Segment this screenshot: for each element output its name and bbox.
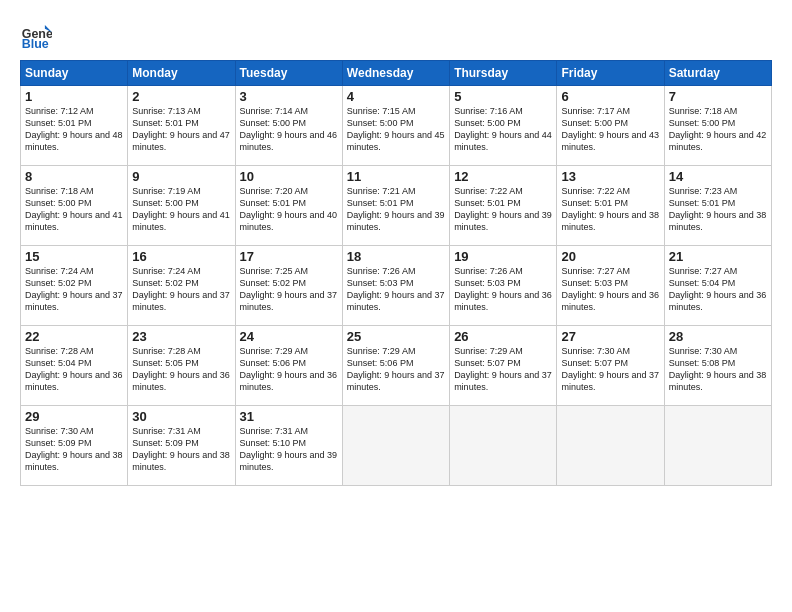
page-container: General Blue Sunday Monday Tuesday Wedne… — [0, 0, 792, 496]
day-number: 2 — [132, 89, 230, 104]
day-info: Sunrise: 7:26 AMSunset: 5:03 PMDaylight:… — [454, 265, 552, 314]
col-saturday: Saturday — [664, 61, 771, 86]
col-wednesday: Wednesday — [342, 61, 449, 86]
calendar-body: 1 Sunrise: 7:12 AMSunset: 5:01 PMDayligh… — [21, 86, 772, 486]
day-info: Sunrise: 7:29 AMSunset: 5:07 PMDaylight:… — [454, 345, 552, 394]
day-info: Sunrise: 7:27 AMSunset: 5:04 PMDaylight:… — [669, 265, 767, 314]
day-number: 1 — [25, 89, 123, 104]
day-number: 23 — [132, 329, 230, 344]
day-info: Sunrise: 7:28 AMSunset: 5:04 PMDaylight:… — [25, 345, 123, 394]
day-info: Sunrise: 7:14 AMSunset: 5:00 PMDaylight:… — [240, 105, 338, 154]
svg-text:Blue: Blue — [22, 37, 49, 50]
calendar-cell: 9 Sunrise: 7:19 AMSunset: 5:00 PMDayligh… — [128, 166, 235, 246]
calendar-cell: 15 Sunrise: 7:24 AMSunset: 5:02 PMDaylig… — [21, 246, 128, 326]
calendar-cell: 18 Sunrise: 7:26 AMSunset: 5:03 PMDaylig… — [342, 246, 449, 326]
day-number: 24 — [240, 329, 338, 344]
calendar-cell: 2 Sunrise: 7:13 AMSunset: 5:01 PMDayligh… — [128, 86, 235, 166]
col-monday: Monday — [128, 61, 235, 86]
day-info: Sunrise: 7:29 AMSunset: 5:06 PMDaylight:… — [347, 345, 445, 394]
day-info: Sunrise: 7:12 AMSunset: 5:01 PMDaylight:… — [25, 105, 123, 154]
day-info: Sunrise: 7:31 AMSunset: 5:10 PMDaylight:… — [240, 425, 338, 474]
calendar-cell: 8 Sunrise: 7:18 AMSunset: 5:00 PMDayligh… — [21, 166, 128, 246]
calendar-cell: 21 Sunrise: 7:27 AMSunset: 5:04 PMDaylig… — [664, 246, 771, 326]
day-info: Sunrise: 7:30 AMSunset: 5:07 PMDaylight:… — [561, 345, 659, 394]
calendar-cell — [557, 406, 664, 486]
day-number: 7 — [669, 89, 767, 104]
day-info: Sunrise: 7:22 AMSunset: 5:01 PMDaylight:… — [454, 185, 552, 234]
col-tuesday: Tuesday — [235, 61, 342, 86]
calendar-cell: 26 Sunrise: 7:29 AMSunset: 5:07 PMDaylig… — [450, 326, 557, 406]
calendar-cell: 19 Sunrise: 7:26 AMSunset: 5:03 PMDaylig… — [450, 246, 557, 326]
calendar-cell — [342, 406, 449, 486]
calendar-cell — [664, 406, 771, 486]
day-number: 6 — [561, 89, 659, 104]
day-info: Sunrise: 7:21 AMSunset: 5:01 PMDaylight:… — [347, 185, 445, 234]
day-number: 14 — [669, 169, 767, 184]
calendar-cell: 4 Sunrise: 7:15 AMSunset: 5:00 PMDayligh… — [342, 86, 449, 166]
calendar-week-row: 22 Sunrise: 7:28 AMSunset: 5:04 PMDaylig… — [21, 326, 772, 406]
day-number: 13 — [561, 169, 659, 184]
day-number: 29 — [25, 409, 123, 424]
day-info: Sunrise: 7:30 AMSunset: 5:08 PMDaylight:… — [669, 345, 767, 394]
calendar-cell — [450, 406, 557, 486]
calendar-cell: 27 Sunrise: 7:30 AMSunset: 5:07 PMDaylig… — [557, 326, 664, 406]
day-number: 9 — [132, 169, 230, 184]
calendar-cell: 13 Sunrise: 7:22 AMSunset: 5:01 PMDaylig… — [557, 166, 664, 246]
day-info: Sunrise: 7:23 AMSunset: 5:01 PMDaylight:… — [669, 185, 767, 234]
header: General Blue — [20, 18, 772, 50]
day-number: 3 — [240, 89, 338, 104]
day-info: Sunrise: 7:19 AMSunset: 5:00 PMDaylight:… — [132, 185, 230, 234]
day-info: Sunrise: 7:22 AMSunset: 5:01 PMDaylight:… — [561, 185, 659, 234]
calendar-cell: 30 Sunrise: 7:31 AMSunset: 5:09 PMDaylig… — [128, 406, 235, 486]
col-sunday: Sunday — [21, 61, 128, 86]
calendar-cell: 17 Sunrise: 7:25 AMSunset: 5:02 PMDaylig… — [235, 246, 342, 326]
calendar-cell: 6 Sunrise: 7:17 AMSunset: 5:00 PMDayligh… — [557, 86, 664, 166]
calendar-cell: 23 Sunrise: 7:28 AMSunset: 5:05 PMDaylig… — [128, 326, 235, 406]
day-number: 8 — [25, 169, 123, 184]
day-number: 10 — [240, 169, 338, 184]
logo-icon: General Blue — [20, 18, 52, 50]
day-number: 22 — [25, 329, 123, 344]
day-info: Sunrise: 7:28 AMSunset: 5:05 PMDaylight:… — [132, 345, 230, 394]
day-number: 19 — [454, 249, 552, 264]
day-number: 16 — [132, 249, 230, 264]
day-number: 25 — [347, 329, 445, 344]
calendar-cell: 12 Sunrise: 7:22 AMSunset: 5:01 PMDaylig… — [450, 166, 557, 246]
calendar-cell: 29 Sunrise: 7:30 AMSunset: 5:09 PMDaylig… — [21, 406, 128, 486]
day-number: 26 — [454, 329, 552, 344]
day-info: Sunrise: 7:18 AMSunset: 5:00 PMDaylight:… — [25, 185, 123, 234]
day-info: Sunrise: 7:15 AMSunset: 5:00 PMDaylight:… — [347, 105, 445, 154]
calendar-cell: 3 Sunrise: 7:14 AMSunset: 5:00 PMDayligh… — [235, 86, 342, 166]
calendar-week-row: 29 Sunrise: 7:30 AMSunset: 5:09 PMDaylig… — [21, 406, 772, 486]
day-number: 18 — [347, 249, 445, 264]
day-info: Sunrise: 7:13 AMSunset: 5:01 PMDaylight:… — [132, 105, 230, 154]
day-number: 15 — [25, 249, 123, 264]
calendar-table: Sunday Monday Tuesday Wednesday Thursday… — [20, 60, 772, 486]
calendar-week-row: 8 Sunrise: 7:18 AMSunset: 5:00 PMDayligh… — [21, 166, 772, 246]
day-number: 30 — [132, 409, 230, 424]
day-info: Sunrise: 7:24 AMSunset: 5:02 PMDaylight:… — [25, 265, 123, 314]
calendar-cell: 20 Sunrise: 7:27 AMSunset: 5:03 PMDaylig… — [557, 246, 664, 326]
calendar-cell: 25 Sunrise: 7:29 AMSunset: 5:06 PMDaylig… — [342, 326, 449, 406]
day-info: Sunrise: 7:16 AMSunset: 5:00 PMDaylight:… — [454, 105, 552, 154]
day-info: Sunrise: 7:24 AMSunset: 5:02 PMDaylight:… — [132, 265, 230, 314]
calendar-cell: 1 Sunrise: 7:12 AMSunset: 5:01 PMDayligh… — [21, 86, 128, 166]
day-info: Sunrise: 7:27 AMSunset: 5:03 PMDaylight:… — [561, 265, 659, 314]
day-info: Sunrise: 7:20 AMSunset: 5:01 PMDaylight:… — [240, 185, 338, 234]
logo: General Blue — [20, 18, 52, 50]
day-number: 11 — [347, 169, 445, 184]
calendar-cell: 28 Sunrise: 7:30 AMSunset: 5:08 PMDaylig… — [664, 326, 771, 406]
calendar-cell: 16 Sunrise: 7:24 AMSunset: 5:02 PMDaylig… — [128, 246, 235, 326]
day-number: 27 — [561, 329, 659, 344]
header-row: Sunday Monday Tuesday Wednesday Thursday… — [21, 61, 772, 86]
day-info: Sunrise: 7:30 AMSunset: 5:09 PMDaylight:… — [25, 425, 123, 474]
calendar-cell: 11 Sunrise: 7:21 AMSunset: 5:01 PMDaylig… — [342, 166, 449, 246]
day-info: Sunrise: 7:31 AMSunset: 5:09 PMDaylight:… — [132, 425, 230, 474]
calendar-cell: 22 Sunrise: 7:28 AMSunset: 5:04 PMDaylig… — [21, 326, 128, 406]
calendar-cell: 14 Sunrise: 7:23 AMSunset: 5:01 PMDaylig… — [664, 166, 771, 246]
day-number: 31 — [240, 409, 338, 424]
calendar-cell: 10 Sunrise: 7:20 AMSunset: 5:01 PMDaylig… — [235, 166, 342, 246]
calendar-week-row: 1 Sunrise: 7:12 AMSunset: 5:01 PMDayligh… — [21, 86, 772, 166]
day-info: Sunrise: 7:18 AMSunset: 5:00 PMDaylight:… — [669, 105, 767, 154]
day-info: Sunrise: 7:29 AMSunset: 5:06 PMDaylight:… — [240, 345, 338, 394]
